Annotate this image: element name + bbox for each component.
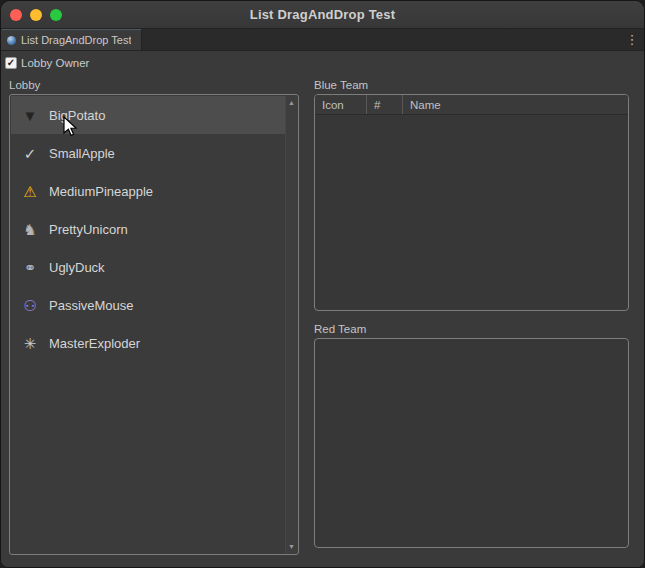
- list-item-label: MasterExploder: [49, 336, 140, 351]
- title-bar[interactable]: List DragAndDrop Test: [1, 1, 644, 29]
- list-item[interactable]: ⚭ UglyDuck: [11, 248, 297, 286]
- window-title: List DragAndDrop Test: [250, 7, 396, 22]
- tab-list-draganddrop-test[interactable]: List DragAndDrop Test: [1, 29, 142, 50]
- close-button[interactable]: [10, 9, 22, 21]
- list-item[interactable]: ▼ BigPotato: [11, 96, 297, 134]
- lobby-owner-label: Lobby Owner: [21, 57, 89, 69]
- minimize-button[interactable]: [30, 9, 42, 21]
- scroll-down-icon[interactable]: ▼: [288, 540, 295, 553]
- list-item[interactable]: ♞ PrettyUnicorn: [11, 210, 297, 248]
- checkbox-checked-icon[interactable]: ✓: [5, 57, 17, 69]
- list-item[interactable]: ✓ SmallApple: [11, 134, 297, 172]
- teams-panel: Blue Team Icon # Name Red Team: [314, 79, 629, 555]
- tab-bar: List DragAndDrop Test ⋮: [1, 29, 644, 51]
- vertical-scrollbar[interactable]: ▲ ▼: [285, 96, 297, 553]
- list-item[interactable]: ✳ MasterExploder: [11, 324, 297, 362]
- tab-menu-icon[interactable]: ⋮: [620, 29, 644, 50]
- unicorn-icon: ♞: [20, 222, 40, 237]
- duck-icon: ⚭: [20, 260, 40, 275]
- column-header-name[interactable]: Name: [403, 95, 628, 114]
- mouse-icon: ⚇: [20, 298, 40, 313]
- foldout-triangle-icon: ▼: [20, 108, 40, 123]
- lobby-title: Lobby: [9, 79, 299, 91]
- red-team-title: Red Team: [314, 323, 629, 335]
- blue-team-listview[interactable]: Icon # Name: [314, 94, 629, 311]
- list-item-label: PrettyUnicorn: [49, 222, 128, 237]
- app-window: List DragAndDrop Test List DragAndDrop T…: [0, 0, 645, 568]
- check-icon: ✓: [20, 146, 40, 161]
- zoom-button[interactable]: [50, 9, 62, 21]
- tab-icon: [7, 36, 16, 45]
- column-header-icon[interactable]: Icon: [315, 95, 367, 114]
- red-team-listview[interactable]: [314, 338, 629, 548]
- list-item-label: UglyDuck: [49, 260, 105, 275]
- traffic-lights: [10, 9, 62, 21]
- list-item-label: PassiveMouse: [49, 298, 134, 313]
- lobby-rows: ▼ BigPotato ✓ SmallApple ⚠ MediumPineapp…: [11, 96, 285, 362]
- scroll-up-icon[interactable]: ▲: [288, 96, 295, 109]
- list-item[interactable]: ⚇ PassiveMouse: [11, 286, 297, 324]
- list-item-label: MediumPineapple: [49, 184, 153, 199]
- tab-strip-spacer: [142, 29, 620, 50]
- lobby-panel: Lobby ▼ BigPotato ✓ SmallApple ⚠: [9, 79, 299, 555]
- list-item[interactable]: ⚠ MediumPineapple: [11, 172, 297, 210]
- list-item-label: BigPotato: [49, 108, 105, 123]
- blue-team-title: Blue Team: [314, 79, 629, 91]
- window-content: ✓ Lobby Owner Lobby ▼ BigPotato ✓ SmallA…: [1, 51, 644, 568]
- lobby-listview[interactable]: ▼ BigPotato ✓ SmallApple ⚠ MediumPineapp…: [9, 94, 299, 555]
- scrollbar-track[interactable]: [286, 109, 297, 540]
- exploder-icon: ✳: [20, 336, 40, 351]
- list-item-label: SmallApple: [49, 146, 115, 161]
- tab-label: List DragAndDrop Test: [21, 34, 131, 46]
- blue-team-header: Icon # Name: [315, 95, 628, 115]
- warning-icon: ⚠: [20, 184, 40, 199]
- lobby-owner-toggle[interactable]: ✓ Lobby Owner: [1, 53, 644, 73]
- split-view: Lobby ▼ BigPotato ✓ SmallApple ⚠: [1, 73, 644, 555]
- column-header-number[interactable]: #: [367, 95, 403, 114]
